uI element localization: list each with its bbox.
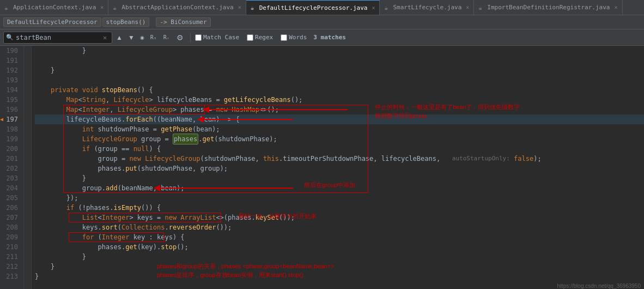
code-line-207: List<Integer> keys = new ArrayList<>(pha… — [35, 213, 644, 222]
code-line-212: } — [35, 262, 644, 272]
code-line-190: } — [35, 46, 644, 56]
gutter-201 — [24, 154, 31, 164]
gutter-194 — [24, 85, 31, 95]
gutter-199 — [24, 134, 31, 144]
gutter-211 — [24, 252, 31, 262]
gutter-193 — [24, 75, 31, 85]
code-line-206: if (!phases.isEmpty()) { — [35, 203, 644, 213]
tab-import-bean[interactable]: ☕ ImportBeanDefinitionRegistrar.java × — [474, 0, 622, 15]
watermark: https://blog.csdn.net/qq_36963950 — [557, 283, 641, 289]
words-input[interactable] — [281, 34, 287, 41]
code-line-208: keys.sort(Collections.reverseOrder()); — [35, 222, 644, 232]
search-icon: 🔍 — [6, 34, 14, 41]
gutter-202 — [24, 164, 31, 173]
code-line-196: Map<Integer, LifecycleGroup> phases = ne… — [35, 105, 644, 115]
tab-close-btn-3[interactable]: × — [372, 5, 375, 11]
code-line-213: } — [35, 272, 644, 281]
code-line-203: } — [35, 173, 644, 183]
line-num-204: 204 — [0, 183, 21, 193]
gutter-208 — [24, 222, 31, 232]
regex-input[interactable] — [247, 34, 253, 41]
line-num-194: 194 — [0, 85, 21, 95]
line-num-198: 198 — [0, 124, 21, 134]
java-icon-2: ☕ — [113, 4, 119, 11]
search-prev-button[interactable]: ▲ — [114, 33, 124, 43]
line-num-211: 211 — [0, 252, 21, 262]
line-num-199: 199 — [0, 134, 21, 144]
code-line-197: lifecycleBeans.forEach((beanName, bean) … — [35, 115, 644, 124]
code-line-209: for (Integer key : keys) { — [35, 232, 644, 242]
code-line-191 — [35, 56, 644, 65]
code-line-204: group.add(beanName, bean); — [35, 183, 644, 193]
tab-default-lifecycle-processor[interactable]: ☕ DefaultLifecycleProcessor.java × — [246, 0, 380, 15]
code-area[interactable]: } } private void stopBeans() { Map<Strin… — [32, 46, 644, 289]
search-bar: 🔍 ✕ ▲ ▼ ◉ Rₜ Rᵣ ⚙ Match Case Regex Words… — [0, 29, 644, 46]
gutter-190 — [24, 46, 31, 56]
search-input-wrapper: 🔍 ✕ — [3, 32, 112, 44]
java-icon-3: ☕ — [251, 4, 257, 11]
line-num-202: 202 — [0, 164, 21, 173]
bookmark-icon: ◀ — [0, 115, 3, 124]
line-num-195: 195 — [0, 95, 21, 105]
line-num-208: 208 — [0, 222, 21, 232]
code-line-193 — [35, 75, 644, 85]
gutter-191 — [24, 56, 31, 65]
tab-close-btn-2[interactable]: × — [238, 4, 241, 10]
match-case-checkbox[interactable]: Match Case — [195, 34, 239, 41]
search-option-r1[interactable]: Rₜ — [148, 33, 159, 41]
java-icon: ☕ — [4, 4, 11, 11]
line-num-209: 209 — [0, 232, 21, 242]
gutter-209 — [24, 232, 31, 242]
gutter-212 — [24, 262, 31, 272]
tab-smart-lifecycle[interactable]: ☕ SmartLifecycle.java × — [380, 0, 474, 15]
line-num-200: 200 — [0, 144, 21, 154]
search-next-button[interactable]: ▼ — [126, 33, 136, 43]
code-line-194: private void stopBeans() { — [35, 85, 644, 95]
code-line-205: }); — [35, 193, 644, 203]
gutter-204 — [24, 183, 31, 193]
tab-close-btn-5[interactable]: × — [614, 4, 617, 10]
search-find-button[interactable]: ◉ — [138, 34, 146, 41]
match-case-input[interactable] — [195, 34, 202, 41]
match-count: 3 matches — [313, 34, 346, 41]
tab-application-context[interactable]: ☕ ApplicationContext.java × — [0, 0, 108, 15]
code-line-202: phases.put(shutdownPhase, group); — [35, 164, 644, 173]
tab-close-btn-4[interactable]: × — [466, 4, 469, 10]
gutter-196 — [24, 105, 31, 115]
gutter-213 — [24, 272, 31, 281]
gutter-210 — [24, 242, 31, 252]
code-line-211: } — [35, 252, 644, 262]
search-clear-button[interactable]: ✕ — [103, 34, 107, 41]
tab-abstract-application-context[interactable]: ☕ AbstractApplicationContext.java × — [108, 0, 246, 15]
line-numbers: 190 191 192 193 194 195 196 ◀ 197 198 19… — [0, 46, 24, 289]
line-num-210: 210 — [0, 242, 21, 252]
breadcrumb-lambda[interactable]: -> BiConsumer — [156, 17, 210, 27]
search-settings-button[interactable]: ⚙ — [174, 32, 186, 43]
code-line-192: } — [35, 65, 644, 75]
line-num-206: 206 — [0, 203, 21, 213]
code-line-195: Map<String, Lifecycle> lifecycleBeans = … — [35, 95, 644, 105]
gutter-192 — [24, 65, 31, 75]
java-icon-4: ☕ — [384, 4, 391, 11]
gutter-203 — [24, 173, 31, 183]
tab-close-btn[interactable]: × — [100, 4, 104, 10]
search-option-r2[interactable]: Rᵣ — [161, 33, 172, 41]
line-num-203: 203 — [0, 173, 21, 183]
line-num-197: ◀ 197 — [0, 115, 21, 124]
line-num-191: 191 — [0, 56, 21, 65]
words-checkbox[interactable]: Words — [281, 34, 307, 41]
editor-container: 190 191 192 193 194 195 196 ◀ 197 198 19… — [0, 46, 644, 289]
regex-checkbox[interactable]: Regex — [247, 34, 273, 41]
gutter-195 — [24, 95, 31, 105]
breadcrumb-method[interactable]: stopBeans() — [102, 17, 150, 27]
tab-bar: ☕ ApplicationContext.java × ☕ AbstractAp… — [0, 0, 644, 15]
gutter-198 — [24, 124, 31, 134]
gutter-200 — [24, 144, 31, 154]
search-input[interactable] — [16, 34, 103, 41]
code-line-198: int shutdownPhase = getPhase(bean); — [35, 124, 644, 134]
gutter-205 — [24, 193, 31, 203]
line-num-192: 192 — [0, 65, 21, 75]
gutter-206 — [24, 203, 31, 213]
line-num-196: 196 — [0, 105, 21, 115]
breadcrumb-class[interactable]: DefaultLifecycleProcessor — [3, 17, 101, 27]
